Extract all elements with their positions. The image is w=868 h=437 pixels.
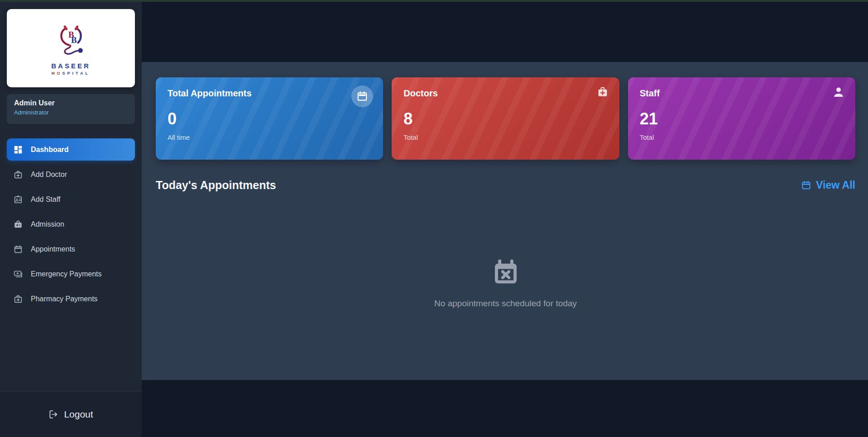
stat-card-doctors: Doctors 8 Total [392, 77, 619, 160]
sidebar-item-label: Add Staff [31, 195, 61, 204]
medical-bag-plus-icon [13, 294, 23, 304]
sidebar-item-admission[interactable]: Admission [7, 213, 135, 235]
sidebar-item-label: Dashboard [31, 146, 69, 154]
user-role: Administrator [14, 109, 128, 116]
id-badge-icon [13, 195, 23, 204]
sidebar-item-label: Pharmacy Payments [31, 295, 98, 303]
footer-band [142, 380, 868, 437]
calendar-x-icon [491, 258, 520, 289]
stat-card-total-appointments: Total Appointments 0 All time [156, 77, 383, 160]
medical-bag-plus-icon [13, 170, 23, 180]
stat-cards-row: Total Appointments 0 All time Doctors 8 [156, 77, 855, 160]
sidebar-footer: Logout [0, 391, 142, 437]
sidebar-item-add-doctor[interactable]: Add Doctor [7, 163, 135, 185]
stat-card-value: 8 [403, 109, 607, 128]
sidebar-item-label: Admission [31, 220, 64, 228]
empty-appointments-state: No appointments scheduled for today [156, 258, 855, 309]
svg-text:B: B [71, 35, 77, 45]
sidebar-item-label: Add Doctor [31, 171, 67, 179]
sidebar-item-appointments[interactable]: Appointments [7, 238, 135, 260]
stat-card-value: 0 [168, 109, 371, 128]
stat-card-caption: All time [168, 133, 371, 141]
section-title: Today's Appointments [156, 179, 276, 192]
sidebar-item-dashboard[interactable]: Dashboard [7, 138, 135, 161]
view-all-link[interactable]: View All [801, 179, 855, 191]
stat-card-title: Total Appointments [168, 88, 371, 99]
medical-bag-plus-icon [596, 86, 609, 99]
logo-tagline: HOSPITAL [52, 71, 90, 76]
main-area: Total Appointments 0 All time Doctors 8 [142, 0, 868, 437]
sidebar: B B BASEER HOSPITAL Admin User Administr… [0, 0, 142, 437]
medical-case-icon [13, 219, 23, 229]
calendar-icon [351, 86, 373, 107]
dashboard-icon [13, 145, 23, 155]
payments-icon [13, 269, 23, 279]
sidebar-item-label: Emergency Payments [31, 270, 102, 278]
calendar-icon [801, 180, 811, 190]
stat-card-value: 21 [640, 109, 844, 128]
sidebar-nav: Dashboard Add Doctor Add Staff Admission [7, 138, 135, 310]
empty-message: No appointments scheduled for today [434, 299, 577, 309]
user-card: Admin User Administrator [7, 94, 135, 124]
stat-card-title: Staff [640, 88, 844, 99]
stethoscope-monogram-logo-icon: B B [52, 21, 91, 60]
sidebar-item-label: Appointments [31, 245, 75, 253]
logout-label: Logout [64, 409, 93, 420]
stat-card-title: Doctors [403, 88, 607, 99]
calendar-icon [13, 244, 23, 254]
content-panel: Total Appointments 0 All time Doctors 8 [142, 62, 868, 380]
stat-card-staff: Staff 21 Total [628, 77, 855, 160]
sidebar-item-pharmacy-payments[interactable]: Pharmacy Payments [7, 288, 135, 310]
view-all-label: View All [816, 179, 855, 191]
stat-card-caption: Total [403, 133, 607, 141]
logout-icon [48, 409, 58, 419]
sidebar-item-add-staff[interactable]: Add Staff [7, 188, 135, 210]
sidebar-item-emergency-payments[interactable]: Emergency Payments [7, 263, 135, 285]
logo-name: BASEER [51, 62, 91, 70]
section-header: Today's Appointments View All [156, 179, 855, 192]
hospital-logo-card: B B BASEER HOSPITAL [7, 9, 135, 87]
header-band [142, 0, 868, 62]
app-root: B B BASEER HOSPITAL Admin User Administr… [0, 0, 868, 437]
logout-button[interactable]: Logout [48, 409, 93, 420]
window-top-strip [0, 0, 868, 2]
stat-card-caption: Total [640, 133, 844, 141]
user-name: Admin User [14, 99, 128, 107]
person-icon [832, 86, 845, 99]
